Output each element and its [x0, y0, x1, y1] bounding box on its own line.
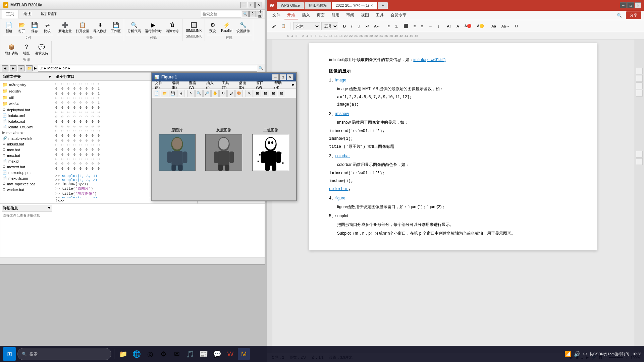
list-item[interactable]: 📄 lcdata.xml: [1, 113, 53, 118]
maximize-button[interactable]: □: [248, 2, 255, 8]
list-item[interactable]: 📄 lcdata_utf8.xml: [1, 124, 53, 130]
parallel-button[interactable]: ⚡ Parallel: [219, 20, 234, 35]
wps-tab-doc[interactable]: 2022-20... 实验一(1) ✕: [332, 2, 377, 9]
taskbar-app-mail[interactable]: ✉: [171, 348, 183, 360]
page-nav-3[interactable]: [636, 82, 643, 89]
list-item[interactable]: ⚙ mbuild.bat: [1, 141, 53, 147]
search-button[interactable]: 🔍: [242, 11, 249, 17]
wps-tab-template[interactable]: 搜狐壳模板: [305, 2, 331, 9]
new-var-button[interactable]: ➕ 新建变量: [57, 20, 73, 35]
community-button[interactable]: 社区: [257, 11, 263, 17]
wps-maximize[interactable]: □: [627, 2, 634, 8]
file-panel-toggle[interactable]: ▼: [48, 75, 52, 79]
fig-close-button[interactable]: ✕: [287, 74, 293, 80]
paste-btn[interactable]: 📋: [279, 22, 288, 29]
wps-tab-new[interactable]: +: [378, 2, 388, 9]
page-nav-4[interactable]: [636, 90, 643, 97]
wps-tab-main[interactable]: WPS Office: [277, 2, 304, 9]
fig-colormap-btn[interactable]: 🎨: [235, 90, 243, 97]
font-size-select[interactable]: 五号: [321, 22, 338, 30]
taskbar-search[interactable]: 🔍 搜索: [17, 348, 111, 360]
simulink-button[interactable]: 🔲 SIMULINK: [184, 20, 203, 34]
fig-brush-btn[interactable]: 🖌: [227, 90, 235, 97]
wps-document[interactable]: imfinfo函数用于读取图像文件的有关信息，如：imfinfo('e:\w01…: [272, 40, 634, 353]
font-color-btn[interactable]: A🔴: [462, 22, 474, 29]
taskbar-app-teams[interactable]: 💬: [211, 348, 223, 360]
style-1-btn[interactable]: A↑: [444, 22, 453, 29]
help-button[interactable]: ?: [249, 11, 256, 17]
fig-link-btn[interactable]: ⊡: [278, 90, 285, 97]
fig-grid-btn[interactable]: ⊞: [254, 90, 261, 97]
network-icon[interactable]: 📶: [565, 351, 571, 357]
addons-button[interactable]: 📦 附加功能: [3, 42, 20, 57]
format-painter-btn[interactable]: 🖌: [270, 23, 278, 29]
wps-tab-close[interactable]: ✕: [370, 4, 373, 7]
fig-tile-btn[interactable]: ⊠: [270, 90, 277, 97]
fig-zoom-in-btn[interactable]: 🔍: [195, 90, 203, 97]
replace-btn[interactable]: Aa→: [499, 22, 512, 29]
preferences-button[interactable]: ⚙ 预设: [207, 20, 219, 35]
close-button[interactable]: ✕: [255, 2, 262, 8]
import-button[interactable]: ⬇ 导入数据: [92, 20, 108, 35]
list-item[interactable]: ▶ matlab.exe: [1, 130, 53, 135]
list-item[interactable]: 📄 mexutils.pm: [1, 175, 53, 181]
bold-btn[interactable]: B: [341, 23, 348, 29]
page-nav-2[interactable]: [636, 75, 643, 82]
list-item[interactable]: 📄 mexsetup.pm: [1, 170, 53, 175]
select-btn[interactable]: ⊡: [513, 22, 520, 29]
wps-menu-insert[interactable]: 插入: [299, 11, 313, 19]
list-item[interactable]: 📁 util: [1, 94, 53, 101]
start-button[interactable]: ⊞: [3, 347, 16, 361]
fig-new-btn[interactable]: 📄: [153, 90, 160, 97]
fig-cursor-btn[interactable]: ↖: [187, 90, 195, 97]
taskbar-app-chrome[interactable]: ◎: [144, 348, 156, 360]
tab-apps[interactable]: 应用程序: [37, 9, 61, 18]
minimize-button[interactable]: ─: [240, 2, 247, 8]
fig-maximize-button[interactable]: □: [279, 74, 286, 80]
subscript-btn[interactable]: x²: [363, 23, 371, 29]
align-right-btn[interactable]: ≡: [419, 22, 426, 29]
list-item[interactable]: ⚙ worker.bat: [1, 187, 53, 192]
nav-back-button[interactable]: ◀: [2, 65, 8, 71]
taskbar-app-wps[interactable]: W: [224, 348, 236, 360]
cmd-link-2[interactable]: subplot(1, 3, 2): [62, 178, 98, 182]
taskbar-app-edge[interactable]: 🌐: [130, 348, 143, 360]
save-button[interactable]: 💾 保存: [29, 20, 41, 35]
wps-menu-review[interactable]: 审阅: [343, 11, 357, 19]
fig-print-btn[interactable]: 🖨: [177, 90, 184, 97]
list-item[interactable]: ⚙ deploytool.bat: [1, 107, 53, 113]
align-center-btn[interactable]: ≡: [411, 22, 418, 29]
taskbar-app-explorer[interactable]: 📁: [117, 348, 129, 360]
list-btn[interactable]: ≡: [385, 22, 392, 29]
open-button[interactable]: 📂 打开: [16, 20, 28, 35]
clear-cmd-button[interactable]: 🗑 清除命令: [164, 20, 181, 35]
run-time-button[interactable]: ▶ 运行并计时: [143, 20, 163, 35]
italic-btn[interactable]: I: [349, 23, 355, 29]
analyze-button[interactable]: 🔍 分析代码: [126, 20, 143, 35]
taskbar-app-settings[interactable]: ⚙: [157, 348, 169, 360]
tab-home[interactable]: 主页: [2, 9, 18, 18]
open-var-button[interactable]: 📋 打开变量: [74, 20, 91, 35]
list-item[interactable]: 📄 mex.pl: [1, 158, 53, 164]
wps-menu-member[interactable]: 会员专享: [388, 11, 409, 19]
align-left-btn[interactable]: ⬛: [401, 22, 411, 29]
fig-open-btn[interactable]: 📂: [161, 90, 168, 97]
list-item[interactable]: ⚙ mcc.bat: [1, 147, 53, 153]
nav-forward-button[interactable]: ▶: [10, 65, 16, 71]
address-input[interactable]: [38, 65, 257, 72]
fig-pan-btn[interactable]: ✋: [211, 90, 219, 97]
ime-indicator[interactable]: 中: [583, 352, 587, 357]
setup-button[interactable]: 🔧 设置插件: [235, 20, 252, 35]
new-button[interactable]: 📄 新建: [3, 20, 15, 35]
detail-toggle[interactable]: ▼: [47, 206, 51, 211]
fig-rotate-btn[interactable]: ↻: [219, 90, 227, 97]
line-spacing-btn[interactable]: ↕: [435, 22, 442, 29]
compare-button[interactable]: ⇌ 比较: [41, 20, 53, 35]
wps-menu-page[interactable]: 页面: [314, 11, 327, 19]
underline-btn[interactable]: U: [355, 23, 363, 29]
fig-arrow-btn[interactable]: ↖: [246, 90, 253, 97]
help-btn[interactable]: ? 社区: [20, 42, 33, 57]
page-nav-5[interactable]: [636, 151, 643, 158]
page-nav-6[interactable]: [636, 158, 643, 165]
cmd-link-1[interactable]: subplot(1, 3, 1): [62, 174, 98, 178]
